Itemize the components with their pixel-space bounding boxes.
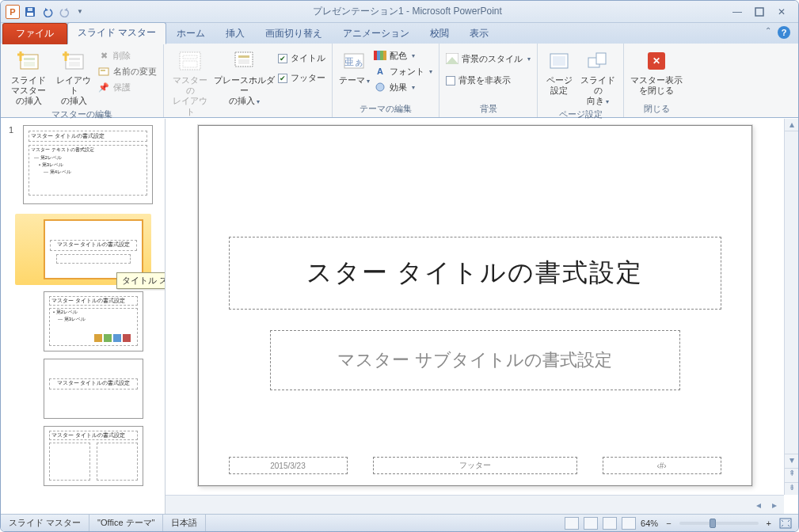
thumb-master-body: マスター テキストの書式設定 — [29, 146, 146, 154]
thumb-layout-2[interactable]: マスター タイトルの書式設定 • 第2レベル — 第3レベル — [44, 291, 143, 352]
zoom-in-button[interactable]: + — [763, 519, 774, 528]
help-icon[interactable]: ? — [778, 26, 790, 39]
footer-checkbox[interactable]: ✔フッター — [276, 71, 327, 85]
fit-to-window-button[interactable] — [779, 518, 792, 529]
thumb-master-title: マスター タイトルの書式設定 — [29, 131, 146, 141]
slide-editor: スター タイトルの書式設定 マスター サブタイトルの書式設定 2015/3/23… — [166, 119, 798, 514]
workspace: 1 マスター タイトルの書式設定 マスター テキストの書式設定 — 第2レベル … — [1, 119, 798, 514]
svg-rect-16 — [238, 55, 249, 58]
app-icon: P — [6, 5, 20, 19]
background-style-button[interactable]: 背景のスタイル▾ — [444, 51, 532, 66]
slide-number-placeholder[interactable]: ‹#› — [603, 457, 721, 474]
insert-slide-master-button[interactable]: スライド マスター の挿入 — [6, 47, 51, 107]
tab-transitions[interactable]: 画面切り替え — [255, 23, 333, 44]
group-page-setup: ページ 設定 スライドの 向き▾ ページ設定 — [538, 44, 624, 117]
checkbox-checked-icon: ✔ — [278, 54, 287, 63]
vertical-scrollbar[interactable]: ▴ ▾ ⇞ ⇟ — [784, 119, 798, 495]
redo-icon[interactable] — [58, 5, 72, 19]
thumb-master[interactable]: マスター タイトルの書式設定 マスター テキストの書式設定 — 第2レベル • … — [23, 125, 153, 204]
status-language: 日本語 — [163, 515, 206, 531]
save-icon[interactable] — [23, 5, 37, 19]
view-normal-button[interactable] — [565, 517, 579, 530]
checkbox-checked-icon: ✔ — [278, 74, 287, 83]
group-background-label: 背景 — [439, 101, 537, 117]
slide[interactable]: スター タイトルの書式設定 マスター サブタイトルの書式設定 2015/3/23… — [198, 125, 752, 486]
qat-dropdown-icon[interactable]: ▼ — [77, 8, 83, 15]
thumbnail-pane[interactable]: 1 マスター タイトルの書式設定 マスター テキストの書式設定 — 第2レベル … — [1, 119, 166, 514]
page-setup-button[interactable]: ページ 設定 — [542, 47, 576, 96]
svg-rect-17 — [238, 59, 249, 64]
delete-button[interactable]: ✖削除 — [96, 48, 158, 63]
theme-label: テーマ▾ — [339, 75, 370, 86]
close-master-view-button[interactable]: ✕ マスター表示 を閉じる — [629, 47, 684, 96]
horizontal-scrollbar[interactable]: ◂ ▸ — [166, 495, 784, 514]
preserve-icon: 📌 — [97, 81, 110, 93]
close-button[interactable]: ✕ — [776, 6, 787, 17]
orientation-label: スライドの 向き▾ — [577, 75, 618, 107]
tab-home[interactable]: ホーム — [166, 23, 215, 44]
svg-rect-20 — [374, 51, 377, 60]
footer-placeholder[interactable]: フッター — [373, 457, 577, 474]
title-checkbox[interactable]: ✔タイトル — [276, 51, 327, 65]
svg-point-24 — [376, 83, 384, 91]
tab-view[interactable]: 表示 — [459, 23, 499, 44]
group-edit-theme: 亜ぁ テーマ▾ 配色▾ Aフォント▾ 効果▾ テーマの編集 — [333, 44, 439, 117]
view-sorter-button[interactable] — [584, 517, 598, 530]
background-style-label: 背景のスタイル — [462, 53, 523, 65]
date-text: 2015/3/23 — [270, 462, 306, 470]
thumb-layout-3[interactable]: マスター タイトルの書式設定 — [44, 359, 143, 419]
maximize-button[interactable] — [754, 6, 765, 17]
preserve-button[interactable]: 📌保護 — [96, 80, 158, 94]
insert-slide-master-label: スライド マスター の挿入 — [6, 75, 51, 107]
hide-background-checkbox[interactable]: 背景を非表示 — [444, 74, 532, 87]
page-setup-label: ページ 設定 — [546, 75, 573, 96]
tab-animations[interactable]: アニメーション — [333, 23, 420, 44]
svg-rect-2 — [28, 8, 32, 11]
group-background: 背景のスタイル▾ 背景を非表示 背景 — [439, 44, 538, 117]
master-layout-icon — [177, 48, 203, 74]
canvas[interactable]: スター タイトルの書式設定 マスター サブタイトルの書式設定 2015/3/23… — [166, 119, 784, 495]
thumb-layout-4[interactable]: マスター タイトルの書式設定 — [44, 426, 143, 486]
insert-layout-icon — [61, 48, 86, 74]
colors-button[interactable]: 配色▾ — [372, 48, 434, 63]
tab-slide-master[interactable]: スライド マスター — [67, 22, 166, 44]
orientation-button[interactable]: スライドの 向き▾ — [577, 47, 618, 107]
title-checkbox-label: タイトル — [291, 52, 325, 64]
group-close-label: 閉じる — [624, 101, 689, 117]
svg-rect-32 — [113, 334, 121, 342]
zoom-out-button[interactable]: − — [663, 519, 674, 528]
date-placeholder[interactable]: 2015/3/23 — [229, 457, 348, 474]
view-slideshow-button[interactable] — [622, 517, 636, 530]
status-bar: スライド マスター "Office テーマ" 日本語 64% − + — [1, 514, 798, 531]
zoom-slider[interactable] — [679, 522, 759, 525]
fonts-label: フォント — [390, 66, 424, 78]
insert-placeholder-icon — [231, 48, 257, 74]
fonts-button[interactable]: Aフォント▾ — [372, 64, 434, 78]
rename-button[interactable]: 名前の変更 — [96, 64, 158, 78]
group-close: ✕ マスター表示 を閉じる 閉じる — [624, 44, 689, 117]
svg-rect-11 — [101, 70, 105, 71]
insert-placeholder-button[interactable]: プレースホルダー の挿入▾ — [213, 47, 275, 107]
subtitle-text: マスター サブタイトルの書式設定 — [337, 348, 611, 372]
footer-text: フッター — [459, 460, 491, 471]
tab-insert[interactable]: 挿入 — [215, 23, 255, 44]
title-placeholder[interactable]: スター タイトルの書式設定 — [229, 237, 721, 310]
insert-layout-button[interactable]: レイアウト の挿入 — [53, 47, 94, 107]
svg-rect-10 — [99, 68, 108, 75]
theme-button[interactable]: 亜ぁ テーマ▾ — [337, 47, 371, 86]
footer-checkbox-label: フッター — [291, 72, 325, 84]
subtitle-placeholder[interactable]: マスター サブタイトルの書式設定 — [270, 330, 680, 390]
insert-layout-label: レイアウト の挿入 — [53, 75, 94, 107]
tab-review[interactable]: 校閲 — [420, 23, 459, 44]
tab-file[interactable]: ファイル — [2, 23, 67, 44]
view-reading-button[interactable] — [603, 517, 617, 530]
svg-rect-29 — [596, 53, 606, 64]
layout-tooltip: タイトル スライド レイアウト: スライド 1 で使用される — [116, 272, 166, 289]
undo-icon[interactable] — [40, 5, 55, 19]
master-layout-button: マスターの レイアウト — [169, 47, 211, 117]
svg-rect-6 — [24, 62, 35, 66]
minimize-button[interactable]: ― — [732, 6, 743, 17]
effects-button[interactable]: 効果▾ — [372, 80, 434, 94]
thumb-layout-1[interactable]: マスター タイトルの書式設定 — [44, 219, 143, 279]
ribbon-minimize-icon[interactable]: ⌃ — [765, 26, 771, 39]
